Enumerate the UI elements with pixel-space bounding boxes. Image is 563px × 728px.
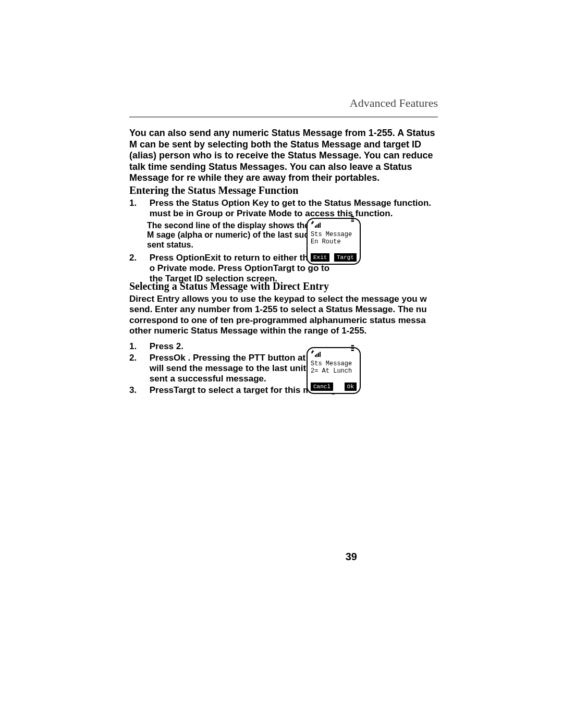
section2-list: 1. Press 2. 2. PressOk . Pressing the PT…: [129, 341, 442, 397]
signal-icon: [311, 350, 324, 357]
radio-display-1: ▮▮▮ Sts Message En Route Exit Targt: [307, 218, 361, 265]
intro-paragraph: You can also send any numeric Status Mes…: [129, 128, 442, 184]
page-number: 39: [346, 551, 357, 563]
section-header: Advanced Features: [350, 96, 438, 110]
section1-title: Entering the Status Message Function: [129, 184, 298, 196]
section2-title: Selecting a Status Message with Direct E…: [129, 280, 329, 292]
list-number: 2.: [129, 253, 147, 263]
svg-rect-2: [318, 224, 319, 228]
radio-line1: Sts Message: [311, 361, 357, 368]
softkey-right: Targt: [334, 253, 357, 262]
svg-rect-7: [320, 352, 321, 357]
signal-icon: [311, 221, 324, 228]
radio-line1: Sts Message: [311, 231, 357, 239]
svg-rect-3: [320, 223, 321, 228]
divider: [129, 117, 438, 117]
softkey-right: Ok: [345, 382, 357, 391]
section1-list: 1. Press the Status Option Key to get to…: [129, 198, 442, 284]
list-number: 1.: [129, 341, 147, 352]
battery-icon: ▮▮▮: [350, 344, 356, 351]
list-text: Press the Status Option Key to get to th…: [150, 198, 442, 219]
radio-line2: En Route: [311, 239, 357, 246]
svg-rect-6: [318, 353, 319, 357]
radio-display-2: ▮▮▮ Sts Message 2= At Lunch Cancl Ok: [307, 347, 361, 394]
svg-rect-5: [316, 354, 317, 357]
svg-rect-4: [315, 355, 316, 357]
radio-line2: 2= At Lunch: [311, 368, 357, 375]
softkey-left: Cancl: [311, 382, 333, 391]
svg-rect-0: [315, 226, 316, 228]
svg-rect-1: [316, 225, 317, 228]
list-number: 3.: [129, 385, 147, 396]
battery-icon: ▮▮▮: [350, 215, 356, 222]
softkey-left: Exit: [311, 253, 329, 262]
list-number: 2.: [129, 353, 147, 363]
section2-intro: Direct Entry allows you to use the keypa…: [129, 294, 442, 337]
list-number: 1.: [129, 198, 147, 208]
